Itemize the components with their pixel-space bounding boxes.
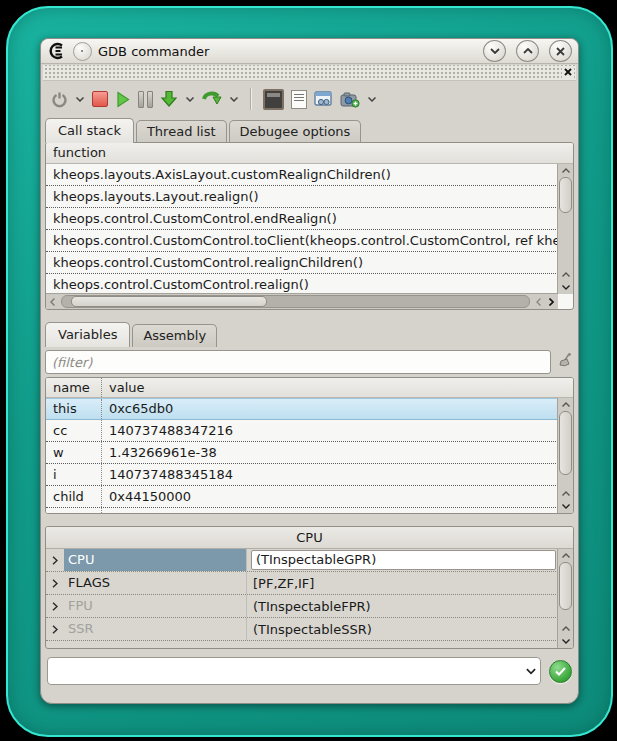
scroll-up-icon[interactable] — [559, 398, 572, 411]
variable-row[interactable]: h 1.43266961e-38 — [46, 508, 558, 513]
variable-value: 1.43266961e-38 — [102, 442, 558, 463]
check-icon — [555, 667, 566, 676]
variable-name: cc — [46, 420, 102, 441]
cpu-register-row[interactable]: CPU (TInspectableGPR) — [46, 549, 558, 572]
expand-arrow-icon[interactable] — [46, 553, 64, 568]
scroll-right-icon[interactable] — [545, 295, 558, 308]
cpu-register-row[interactable]: FPU (TInspectableFPR) — [46, 595, 558, 618]
dock-close-icon[interactable] — [562, 66, 574, 78]
scrollbar-track[interactable] — [61, 295, 530, 308]
variable-value: 140737488347216 — [102, 420, 558, 441]
watch-button[interactable] — [314, 87, 333, 111]
scroll-up-icon[interactable] — [559, 487, 572, 500]
stop-button[interactable] — [92, 87, 108, 111]
call-stack-row[interactable]: kheops.control.CustomControl.endRealign(… — [46, 208, 558, 230]
variable-row[interactable]: child 0x44150000 — [46, 486, 558, 508]
scroll-left-icon[interactable] — [46, 295, 59, 308]
scroll-left-icon[interactable] — [532, 295, 545, 308]
call-stack-column-header[interactable]: function — [46, 143, 573, 164]
output-list-button[interactable] — [291, 87, 307, 111]
pause-button[interactable] — [138, 87, 153, 111]
expand-arrow-icon[interactable] — [46, 622, 64, 637]
app-logo-icon — [47, 42, 67, 60]
call-stack-row[interactable]: kheops.control.CustomControl.realignChil… — [46, 252, 558, 274]
column-header-name[interactable]: name — [46, 378, 102, 397]
variable-row[interactable]: w 1.43266961e-38 — [46, 442, 558, 464]
gdb-command-input[interactable] — [56, 663, 522, 680]
scroll-up-icon[interactable] — [559, 622, 572, 635]
step-over-dropdown-icon[interactable] — [229, 97, 239, 102]
register-group-name: FLAGS — [64, 572, 247, 594]
tab-thread-list[interactable]: Thread list — [136, 120, 227, 143]
combo-dropdown-icon[interactable] — [526, 668, 536, 675]
expand-arrow-icon[interactable] — [46, 599, 64, 614]
variable-row[interactable]: cc 140737488347216 — [46, 420, 558, 442]
variable-value: 0x44150000 — [102, 486, 558, 507]
top-tab-bar: Call stack Thread list Debugee options — [41, 117, 578, 142]
variables-header-row: name value — [46, 378, 573, 398]
snapshot-dropdown-icon[interactable] — [367, 97, 377, 102]
power-button[interactable] — [51, 87, 68, 111]
variable-row[interactable]: i 140737488345184 — [46, 464, 558, 486]
variables-vertical-scrollbar[interactable] — [557, 398, 573, 513]
toolbar-separator — [250, 88, 252, 110]
shade-button[interactable] — [483, 40, 506, 62]
window-menu-button[interactable] — [73, 42, 92, 61]
cpu-register-list: CPU (TInspectableGPR) FLAGS [PF,ZF,IF] F… — [46, 549, 558, 648]
panel-splitter[interactable] — [41, 514, 578, 526]
variable-name: w — [46, 442, 102, 463]
stop-icon — [92, 91, 108, 107]
cpu-register-row[interactable]: SSR (TInspectableSSR) — [46, 618, 558, 641]
step-over-button[interactable] — [202, 87, 222, 111]
middle-tab-bar: Variables Assembly — [41, 321, 578, 346]
step-into-dropdown-icon[interactable] — [185, 97, 195, 102]
dock-drag-handle[interactable] — [43, 65, 576, 81]
cpu-register-row[interactable]: FLAGS [PF,ZF,IF] — [46, 572, 558, 595]
tab-assembly[interactable]: Assembly — [132, 324, 217, 347]
register-value: [PF,ZF,IF] — [247, 576, 558, 591]
scrollbar-thumb[interactable] — [559, 562, 572, 610]
snapshot-button[interactable] — [340, 87, 360, 111]
command-row — [47, 657, 572, 685]
scroll-up-icon[interactable] — [559, 549, 572, 562]
maximize-button[interactable] — [516, 40, 539, 62]
desktop: { "window": { "title": "GDB commander" }… — [0, 0, 617, 741]
cpu-panel-title: CPU — [46, 527, 573, 549]
tab-call-stack[interactable]: Call stack — [45, 118, 134, 143]
call-stack-vertical-scrollbar[interactable] — [557, 164, 573, 294]
call-stack-row[interactable]: kheops.control.CustomControl.realign() — [46, 274, 558, 294]
tab-debugee-options[interactable]: Debugee options — [229, 120, 362, 143]
column-header-value[interactable]: value — [102, 378, 573, 397]
call-stack-horizontal-scrollbar[interactable] — [46, 293, 558, 309]
call-stack-list: kheops.layouts.AxisLayout.customRealignC… — [46, 164, 558, 294]
scroll-up-icon[interactable] — [559, 268, 572, 281]
document-list-icon — [291, 90, 307, 109]
filter-input[interactable] — [45, 350, 551, 374]
scrollbar-thumb[interactable] — [559, 411, 572, 475]
step-into-button[interactable] — [160, 87, 178, 111]
run-button[interactable] — [115, 87, 131, 111]
power-dropdown-icon[interactable] — [75, 97, 85, 102]
call-stack-row[interactable]: kheops.layouts.AxisLayout.customRealignC… — [46, 164, 558, 186]
expand-arrow-icon[interactable] — [46, 576, 64, 591]
call-stack-row[interactable]: kheops.control.CustomControl.toClient(kh… — [46, 230, 558, 252]
cpu-vertical-scrollbar[interactable] — [557, 549, 573, 648]
close-button[interactable] — [549, 40, 572, 62]
scrollbar-thumb[interactable] — [71, 296, 267, 307]
clear-filter-button[interactable] — [556, 352, 574, 373]
scroll-down-icon[interactable] — [559, 281, 572, 294]
call-stack-row[interactable]: kheops.layouts.Layout.realign() — [46, 186, 558, 208]
scrollbar-thumb[interactable] — [559, 177, 572, 213]
cpu-view-button[interactable] — [263, 87, 284, 111]
camera-add-icon — [340, 91, 360, 108]
gdb-command-combobox[interactable] — [47, 657, 541, 685]
register-value-editor[interactable]: (TInspectableGPR) — [251, 550, 556, 570]
send-command-button[interactable] — [549, 660, 572, 683]
register-value: (TInspectableFPR) — [247, 599, 558, 614]
scroll-down-icon[interactable] — [559, 500, 572, 513]
titlebar[interactable]: GDB commander — [41, 39, 578, 64]
scroll-up-icon[interactable] — [559, 164, 572, 177]
scroll-down-icon[interactable] — [559, 635, 572, 648]
variable-row[interactable]: this 0xc65db0 — [46, 398, 558, 420]
tab-variables[interactable]: Variables — [45, 322, 130, 347]
